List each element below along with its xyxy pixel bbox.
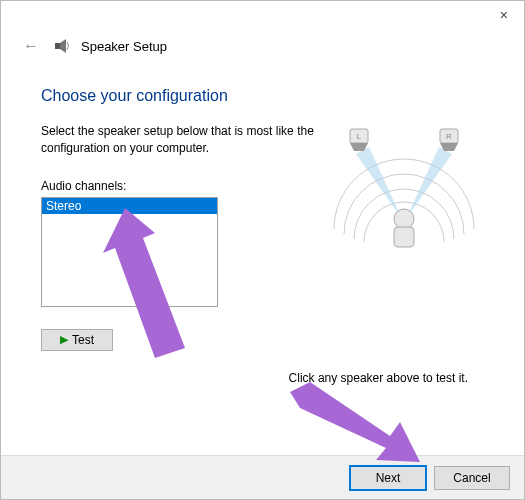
speaker-icon bbox=[53, 37, 71, 55]
footer: Next Cancel bbox=[1, 455, 524, 499]
window-title: Speaker Setup bbox=[81, 39, 167, 54]
svg-point-8 bbox=[394, 209, 414, 229]
list-item[interactable]: Stereo bbox=[42, 198, 217, 214]
left-speaker-label: L bbox=[357, 132, 362, 141]
test-button-label: Test bbox=[72, 333, 94, 347]
content-area: Choose your configuration Select the spe… bbox=[1, 69, 524, 455]
cancel-button[interactable]: Cancel bbox=[434, 466, 510, 490]
header: ← Speaker Setup bbox=[1, 29, 524, 69]
close-icon[interactable]: × bbox=[494, 5, 514, 25]
page-heading: Choose your configuration bbox=[41, 87, 494, 105]
svg-marker-2 bbox=[356, 147, 402, 219]
next-button[interactable]: Next bbox=[350, 466, 426, 490]
titlebar: × bbox=[1, 1, 524, 29]
speaker-setup-window: × ← Speaker Setup Choose your configurat… bbox=[0, 0, 525, 500]
audio-channels-listbox[interactable]: Stereo bbox=[41, 197, 218, 307]
instruction-text: Select the speaker setup below that is m… bbox=[41, 123, 321, 157]
right-speaker-label: R bbox=[446, 132, 452, 141]
svg-rect-9 bbox=[394, 227, 414, 247]
test-hint-text: Click any speaker above to test it. bbox=[289, 371, 468, 385]
speaker-diagram[interactable]: L R bbox=[314, 119, 494, 289]
svg-rect-0 bbox=[55, 43, 60, 49]
play-icon: ▶ bbox=[60, 333, 68, 346]
back-arrow-icon[interactable]: ← bbox=[19, 37, 43, 55]
svg-marker-3 bbox=[406, 147, 452, 219]
svg-marker-1 bbox=[60, 39, 66, 53]
test-button[interactable]: ▶ Test bbox=[41, 329, 113, 351]
